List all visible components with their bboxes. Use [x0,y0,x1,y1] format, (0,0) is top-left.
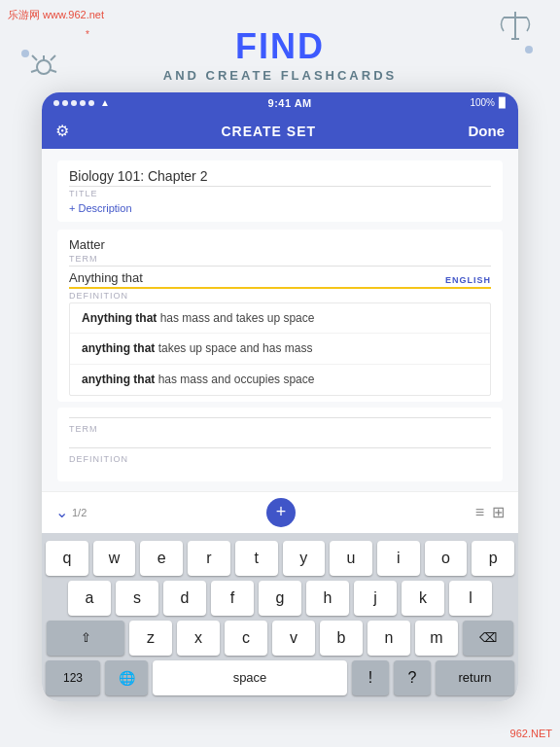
definition-label-2: DEFINITION [69,454,491,464]
language-label: ENGLISH [445,275,491,285]
bug-icon [27,51,60,88]
create-set-title: CREATE SET [221,124,316,139]
signal-dot-1 [53,100,59,106]
autocomplete-dropdown: Anything that has mass and takes up spac… [69,302,491,396]
title-input[interactable]: Biology 101: Chapter 2 [69,168,491,184]
svg-line-1 [32,55,37,60]
svg-line-4 [51,70,56,72]
status-time: 9:41 AM [268,97,312,109]
key-i[interactable]: i [377,541,420,576]
hero-title: FIND [0,27,560,66]
add-card-button[interactable]: + [266,498,296,527]
signal-dots: ▲ [53,97,110,108]
watermark-bottom: 962.NET [510,728,552,739]
tablet-frame: ▲ 9:41 AM 100% ▉ ⚙ CREATE SET Done Biolo… [42,92,518,701]
autocomplete-item-3[interactable]: anything that has mass and occupies spac… [70,365,490,395]
add-description-button[interactable]: + Description [69,202,491,214]
key-a[interactable]: a [68,581,111,616]
key-q[interactable]: q [46,541,88,576]
key-h[interactable]: h [306,581,349,616]
key-n[interactable]: n [368,621,410,656]
list-icon[interactable]: ≡ [475,504,484,521]
settings-icon[interactable]: ⚙ [55,122,69,140]
chevron-down-icon[interactable]: ⌄ [55,503,68,521]
scale-icon [498,10,533,45]
toolbar-left: ⌄ 1/2 [55,503,87,521]
key-w[interactable]: w [93,541,136,576]
signal-dot-5 [88,100,94,106]
hero-subtitle: AND CREATE FLASHCARDS [0,68,560,83]
title-label: TITLE [69,189,491,198]
autocomplete-highlight-3: anything that [82,373,155,386]
key-c[interactable]: c [225,621,267,656]
bottom-toolbar: ⌄ 1/2 + ≡ ⊞ [42,491,518,533]
deco-star: * [86,29,89,40]
term-empty-line [69,417,491,418]
space-key[interactable]: space [153,660,347,695]
definition-field: Anything that ENGLISH DEFINITION [69,270,491,302]
svg-point-0 [37,60,51,74]
term-label: TERM [69,254,491,264]
keyboard: q w e r t y u i o p a s d f g h j k l ⇧ … [42,533,518,701]
card-1: Matter TERM Anything that ENGLISH DEFINI… [57,230,503,402]
key-y[interactable]: y [283,541,326,576]
key-b[interactable]: b [320,621,363,656]
numbers-key[interactable]: 123 [46,660,100,695]
term-input[interactable]: Matter [69,237,491,252]
signal-dot-3 [71,100,77,106]
shift-key[interactable]: ⇧ [47,621,124,656]
key-p[interactable]: p [472,541,514,576]
term-label-2: TERM [69,424,491,434]
keyboard-row-1: q w e r t y u i o p [46,541,514,576]
keyboard-row-3: ⇧ z x c v b n m ⌫ [46,621,514,656]
autocomplete-highlight-2: anything that [82,341,155,355]
autocomplete-highlight-1: Anything that [82,311,157,325]
key-u[interactable]: u [330,541,372,576]
key-d[interactable]: d [163,581,206,616]
keyboard-row-2: a s d f g h j k l [46,581,514,616]
key-t[interactable]: t [235,541,278,576]
battery-icon: ▉ [499,97,507,108]
key-x[interactable]: x [177,621,220,656]
signal-dot-2 [62,100,68,106]
key-r[interactable]: r [188,541,230,576]
page-indicator: 1/2 [72,507,87,518]
definition-empty-line [69,447,491,448]
key-o[interactable]: o [425,541,468,576]
done-button[interactable]: Done [468,123,505,139]
battery-level: 100% [470,97,495,108]
image-icon[interactable]: ⊞ [492,503,505,521]
key-l[interactable]: l [449,581,492,616]
key-f[interactable]: f [211,581,254,616]
keyboard-row-4: 123 🌐 space ! ? return [46,660,514,695]
title-field-wrap: Biology 101: Chapter 2 TITLE + Descripti… [57,160,503,222]
key-g[interactable]: g [259,581,301,616]
key-z[interactable]: z [129,621,172,656]
backspace-key[interactable]: ⌫ [463,621,513,656]
definition-input[interactable]: Anything that [69,270,491,285]
key-v[interactable]: v [272,621,315,656]
autocomplete-item-1[interactable]: Anything that has mass and takes up spac… [70,303,490,335]
title-separator [69,186,491,187]
question-key[interactable]: ? [394,660,431,695]
status-bar: ▲ 9:41 AM 100% ▉ [42,92,518,114]
content-area: Biology 101: Chapter 2 TITLE + Descripti… [42,149,518,491]
key-e[interactable]: e [140,541,183,576]
key-m[interactable]: m [415,621,458,656]
definition-label: DEFINITION [69,291,491,301]
signal-dot-4 [80,100,86,106]
watermark-top: 乐游网 www.962.net [8,8,104,22]
key-k[interactable]: k [402,581,444,616]
status-right: 100% ▉ [470,97,507,108]
return-key[interactable]: return [436,660,514,695]
term-field: Matter TERM [69,237,491,267]
globe-key[interactable]: 🌐 [105,660,148,695]
autocomplete-item-2[interactable]: anything that takes up space and has mas… [70,334,490,365]
exclamation-key[interactable]: ! [352,660,389,695]
definition-input-wrap: Anything that ENGLISH [69,270,491,289]
key-j[interactable]: j [354,581,397,616]
svg-line-2 [51,55,55,60]
wifi-icon: ▲ [100,97,110,108]
app-header: ⚙ CREATE SET Done [42,114,518,149]
key-s[interactable]: s [116,581,158,616]
